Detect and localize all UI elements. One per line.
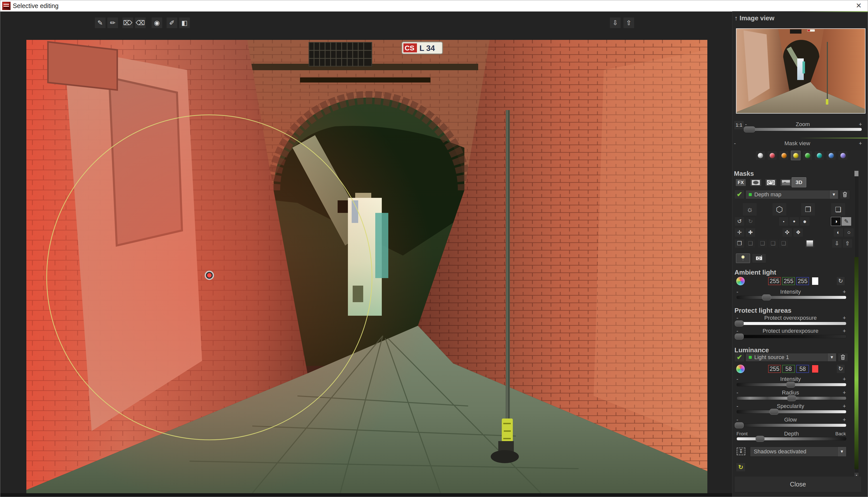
zoom-slider-handle[interactable] [744, 126, 755, 132]
mask-view-minus[interactable]: - [734, 140, 736, 147]
eraser-region-tool-button[interactable]: ⌫ [135, 17, 146, 28]
mask-color-dot-5[interactable] [814, 151, 824, 160]
protect-under-handle[interactable] [735, 333, 744, 340]
image-thumbnail[interactable] [736, 28, 866, 114]
stamp-2-button[interactable]: ❑ [758, 239, 768, 248]
sphere-large-button[interactable]: ● [800, 217, 810, 226]
protect-over-plus[interactable]: + [843, 315, 846, 321]
undo-button[interactable]: ↺ [734, 217, 744, 226]
ambient-color-reset-button[interactable]: ↻ [836, 276, 845, 286]
light-source-dropdown[interactable]: Light source 1 ▼ [745, 353, 836, 361]
ambient-color-swatch[interactable] [812, 277, 818, 285]
close-button[interactable]: Close [734, 476, 862, 492]
specularity-slider[interactable] [736, 410, 846, 413]
sphere-small-button[interactable]: ● [779, 217, 789, 226]
ambient-intensity-minus[interactable]: - [736, 289, 738, 295]
glow-plus[interactable]: + [843, 416, 846, 423]
lum-intensity-plus[interactable]: + [843, 376, 846, 382]
radius-handle[interactable] [787, 395, 796, 401]
smudge-tool-button[interactable]: ◉ [151, 17, 162, 28]
depth-handle[interactable] [756, 436, 764, 442]
protect-under-slider[interactable] [736, 335, 846, 338]
stamp-4-button[interactable]: ❑ [779, 239, 789, 248]
shadow-options-button[interactable]: ↧ [736, 446, 746, 456]
object-3d-button[interactable]: ⬡ [772, 203, 787, 216]
mask-color-dot-2[interactable] [779, 151, 789, 160]
ambient-intensity-slider[interactable] [736, 296, 846, 299]
glow-handle[interactable] [735, 422, 744, 428]
luminance-green-field[interactable]: 58 [782, 365, 795, 373]
delete-light-source-button[interactable] [838, 353, 848, 361]
sphere-light-button[interactable]: ○ [844, 228, 854, 237]
load-mask-button[interactable]: ⇩ [610, 17, 621, 28]
ambient-red-field[interactable]: 255 [768, 277, 781, 285]
scrollbar-up-button[interactable] [854, 171, 858, 176]
tab-3d-masks[interactable]: 3D [792, 177, 806, 187]
eraser-tool-button[interactable]: ⌦ [122, 17, 133, 28]
luminance-color-swatch[interactable] [812, 365, 818, 373]
ambient-intensity-plus[interactable]: + [843, 289, 846, 295]
zoom-slider[interactable] [745, 128, 862, 131]
radius-minus[interactable]: - [736, 389, 738, 396]
ambient-blue-field[interactable]: 255 [796, 277, 809, 285]
lum-intensity-slider[interactable] [736, 383, 846, 386]
sun-position-button[interactable]: ☼ [743, 203, 757, 216]
stamp-1-button[interactable]: ❑ [745, 239, 756, 248]
invert-mask-button[interactable]: ◑ [831, 217, 841, 226]
sphere-medium-button[interactable]: ● [789, 217, 799, 226]
sphere-dark-button[interactable]: ◐ [833, 228, 843, 237]
mask-color-dot-0[interactable] [756, 151, 765, 160]
reset-light-source-button[interactable]: ↻ [736, 463, 745, 472]
collapse-icon[interactable]: ↑ [734, 14, 738, 22]
luminance-blue-field[interactable]: 58 [796, 365, 809, 373]
light-mode-button[interactable] [736, 254, 750, 263]
contract-mask-button[interactable]: ✚ [745, 228, 756, 237]
tab-landscape-masks[interactable] [780, 179, 792, 186]
protect-over-handle[interactable] [735, 321, 744, 326]
luminance-color-wheel[interactable] [736, 364, 745, 373]
scrollbar-thumb[interactable] [854, 257, 858, 469]
mask-color-dot-4[interactable] [803, 151, 812, 160]
zoom-1to1-button[interactable]: 1:1 [734, 120, 744, 130]
camera-mode-button[interactable] [752, 254, 766, 263]
light-source-enabled-checkbox[interactable]: ✔ [734, 353, 744, 362]
photo-canvas[interactable]: CS L 34 [26, 40, 707, 493]
lum-intensity-minus[interactable]: - [736, 376, 738, 382]
tab-color-masks[interactable] [765, 179, 777, 186]
save-mask-button[interactable]: ⇧ [623, 17, 634, 28]
delete-mask-button[interactable] [840, 190, 850, 199]
mask-enabled-checkbox[interactable]: ✔ [734, 190, 744, 199]
lum-intensity-handle[interactable] [786, 382, 795, 388]
fill-tool-button[interactable]: ◧ [179, 17, 190, 28]
protect-over-slider[interactable] [736, 322, 846, 325]
mask-color-dot-3[interactable] [791, 151, 800, 160]
zoom-plus[interactable]: + [859, 121, 862, 128]
expand-mask-button[interactable]: ✛ [734, 228, 744, 237]
specularity-plus[interactable]: + [843, 403, 846, 410]
move-all-button[interactable]: ❖ [793, 228, 803, 237]
brush-tool-button[interactable]: ✎ [95, 17, 106, 28]
layer-back-button[interactable]: ❏ [831, 203, 845, 216]
ambient-green-field[interactable]: 255 [782, 277, 795, 285]
mask-select-dropdown[interactable]: Depth map ▼ [745, 190, 838, 199]
paste-mask-button[interactable]: ❒ [734, 239, 744, 248]
tab-vignette-masks[interactable] [750, 179, 761, 186]
color-picker-tool-button[interactable]: ✐ [166, 17, 178, 28]
ambient-intensity-handle[interactable] [762, 294, 771, 300]
redo-button[interactable]: ↻ [745, 217, 756, 226]
mask-color-dot-6[interactable] [826, 151, 836, 160]
specularity-minus[interactable]: - [736, 403, 738, 410]
mask-color-dot-7[interactable] [838, 151, 848, 160]
protect-under-plus[interactable]: + [843, 328, 846, 334]
specularity-handle[interactable] [770, 409, 779, 415]
ambient-color-wheel[interactable] [736, 276, 745, 286]
export-mask-button[interactable]: ⇧ [842, 239, 852, 248]
import-mask-button[interactable]: ⇩ [832, 239, 842, 248]
luminance-color-reset-button[interactable]: ↻ [836, 364, 845, 373]
light-source-point[interactable] [205, 271, 213, 279]
mask-view-plus[interactable]: + [859, 140, 862, 147]
window-close-icon[interactable]: ✕ [852, 0, 866, 11]
shadows-dropdown[interactable]: Shadows deactivated ▼ [750, 446, 846, 457]
glow-slider[interactable] [736, 424, 846, 427]
radius-plus[interactable]: + [843, 389, 846, 396]
